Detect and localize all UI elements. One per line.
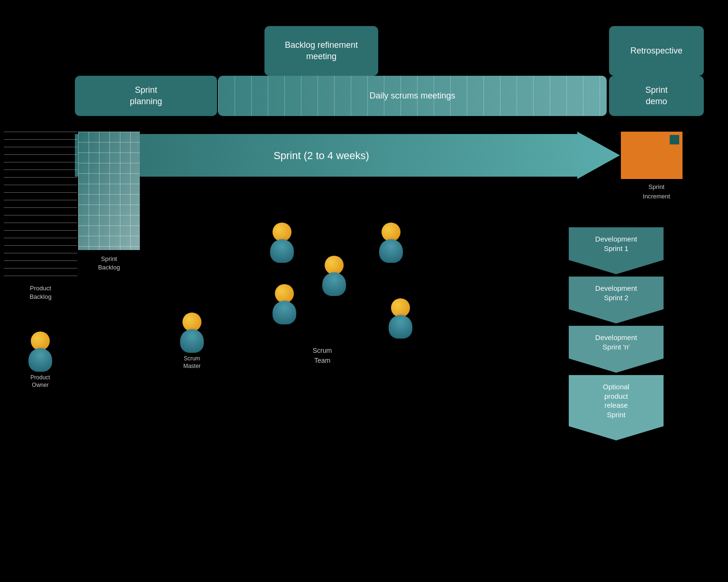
product-backlog-label: Product Backlog [4, 284, 77, 301]
kanban-cell-1 [623, 134, 651, 154]
backlog-lines [4, 132, 77, 278]
svg-text:Sprint (2 to 4 weeks): Sprint (2 to 4 weeks) [273, 150, 369, 161]
retrospective-box: Retrospective [609, 26, 704, 76]
backlog-refinement-label: Backlog refinement meeting [285, 40, 358, 62]
person-body-po [28, 348, 52, 372]
chevron-3 [569, 358, 664, 373]
sprint-demo-label: Sprint demo [645, 85, 667, 107]
sprint-flow-container: Development Sprint 1 Development Sprint … [569, 227, 664, 440]
chevron-2 [569, 309, 664, 323]
kanban-board [621, 132, 682, 179]
kanban-cell-4 [653, 156, 680, 177]
person-head-t1 [273, 223, 291, 242]
dev-sprint1-box: Development Sprint 1 [569, 227, 664, 260]
sprint-backlog-label: Sprint Backlog [78, 255, 140, 272]
dev-sprintn-box: Development Sprint 'n' [569, 326, 664, 358]
product-owner-person: Product Owner [28, 331, 52, 389]
daily-scrums-box: Daily scrums meetings [218, 76, 607, 116]
team-person-5 [389, 298, 412, 339]
person-head-t4 [382, 223, 400, 242]
person-body-t1 [270, 239, 294, 263]
team-person-3 [322, 256, 346, 296]
sprint-planning-box: Sprint planning [75, 76, 217, 116]
sprint-backlog-grid [78, 132, 140, 250]
scrum-team-label: Scrum Team [232, 346, 412, 366]
person-body-t4 [379, 239, 403, 263]
retrospective-label: Retrospective [630, 45, 682, 56]
sprint-arrow-container: Sprint (2 to 4 weeks) [75, 132, 620, 179]
scrum-master-label: Scrum Master [183, 355, 201, 370]
sprint-demo-box: Sprint demo [609, 76, 704, 116]
person-body-t2 [273, 301, 296, 324]
person-head-t3 [325, 256, 344, 275]
person-head-po [31, 331, 50, 350]
team-person-1 [270, 223, 294, 263]
chevron-4 [569, 426, 664, 440]
product-backlog-panel [4, 132, 77, 278]
sprint-backlog-panel [78, 132, 140, 250]
sprint-increment-label: Sprint Increment [609, 182, 704, 201]
person-head-t2 [275, 284, 294, 303]
person-body-sm [180, 329, 204, 353]
person-head-t5 [391, 298, 410, 317]
person-body-t3 [322, 272, 346, 296]
daily-scrums-label: Daily scrums meetings [369, 90, 455, 101]
kanban-cell-3 [623, 156, 651, 177]
backlog-refinement-box: Backlog refinement meeting [264, 26, 378, 76]
sprint-planning-label: Sprint planning [130, 85, 162, 107]
team-person-2 [273, 284, 296, 324]
person-head-sm [182, 313, 201, 331]
release-sprint-box: Optional product release Sprint [569, 375, 664, 426]
kanban-cell-2 [653, 134, 680, 154]
main-container: Backlog refinement meeting Retrospective… [0, 0, 728, 582]
sprint-arrow-svg: Sprint (2 to 4 weeks) [75, 132, 620, 179]
person-body-t5 [389, 315, 412, 339]
scrum-master-person: Scrum Master [180, 313, 204, 370]
kanban-dark-cell [670, 135, 679, 144]
chevron-1 [569, 260, 664, 274]
dev-sprint2-box: Development Sprint 2 [569, 277, 664, 309]
team-person-4 [379, 223, 403, 263]
product-owner-label: Product Owner [30, 374, 50, 389]
